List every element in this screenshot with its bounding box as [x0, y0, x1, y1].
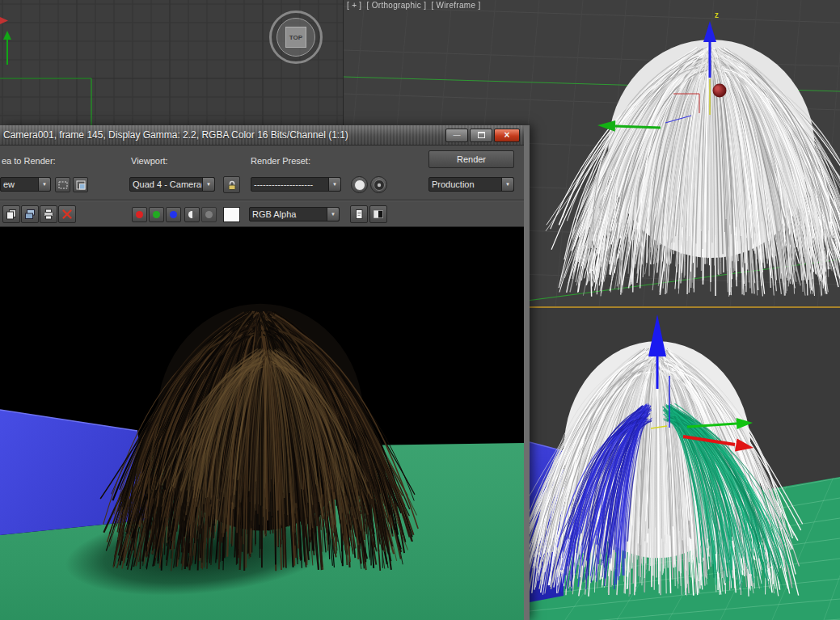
- page-icon: [353, 209, 365, 220]
- render-mode-select[interactable]: Production ▼: [428, 177, 514, 192]
- viewport-header: [ + ] [ Orthographic ] [ Wireframe ]: [347, 1, 483, 10]
- render-button[interactable]: Render: [428, 150, 514, 168]
- environment-icon: [373, 179, 386, 192]
- render-window-title: Camera001, frame 145, Display Gamma: 2.2…: [0, 129, 444, 141]
- z-axis-label: z: [715, 11, 719, 19]
- copy-icon: [6, 209, 17, 220]
- green-channel-icon: [153, 211, 160, 218]
- red-channel-icon: [136, 211, 143, 218]
- red-channel-button[interactable]: [132, 207, 147, 222]
- channel-display-select[interactable]: RGB Alpha ▼: [249, 207, 340, 221]
- rendered-image: [0, 227, 524, 620]
- toggle-ui-button[interactable]: [369, 205, 387, 223]
- clone-window-button[interactable]: [21, 205, 39, 223]
- monochrome-channel-icon: [188, 211, 196, 218]
- combo-arrow-icon: ▼: [327, 208, 339, 221]
- copy-image-button[interactable]: [2, 205, 20, 223]
- combo-arrow-icon: ▼: [38, 178, 50, 191]
- area-to-render-select[interactable]: ew ▼: [0, 177, 51, 192]
- combo-arrow-icon: ▼: [328, 178, 340, 191]
- maximize-button[interactable]: [470, 129, 492, 142]
- combo-arrow-icon: ▼: [501, 178, 513, 191]
- close-button[interactable]: ×: [494, 129, 520, 142]
- rendered-image-area: [0, 227, 524, 620]
- viewport-select-value: Quad 4 - Camera(: [130, 179, 202, 189]
- clone-icon: [24, 209, 36, 220]
- render-window-titlebar[interactable]: Camera001, frame 145, Display Gamma: 2.2…: [0, 125, 524, 146]
- lock-icon: [226, 179, 238, 191]
- monochrome-channel-button[interactable]: [184, 207, 200, 222]
- active-viewport-border: [530, 306, 840, 308]
- render-preset-select[interactable]: -------------------- ▼: [251, 177, 341, 192]
- window-controls: — ×: [444, 129, 520, 142]
- green-channel-button[interactable]: [149, 207, 164, 222]
- clear-icon: [61, 209, 73, 220]
- render-setup-icon: [353, 179, 366, 192]
- render-toolbar: RGB Alpha ▼: [0, 200, 524, 227]
- render-preset-value: --------------------: [251, 179, 328, 189]
- viewcube-compass[interactable]: TOP: [269, 11, 323, 64]
- alpha-channel-button[interactable]: [201, 207, 217, 222]
- render-preset-label: Render Preset:: [251, 156, 310, 166]
- clear-image-button[interactable]: [58, 205, 76, 223]
- auto-region-button[interactable]: [73, 177, 88, 192]
- blue-channel-button[interactable]: [166, 207, 181, 222]
- viewport-perspective[interactable]: [530, 308, 840, 620]
- viewcube-top-face[interactable]: TOP: [285, 27, 306, 48]
- viewport-menu-pov[interactable]: [ Orthographic ]: [367, 1, 427, 10]
- area-to-render-label: ea to Render:: [2, 156, 56, 166]
- edit-region-icon: [57, 179, 69, 191]
- print-icon: [43, 209, 54, 220]
- minimize-icon: —: [454, 131, 461, 139]
- toggle-ui-overlays-button[interactable]: [350, 205, 368, 223]
- close-icon: ×: [504, 129, 509, 141]
- lock-viewport-button[interactable]: [223, 176, 240, 193]
- channel-display-value: RGB Alpha: [250, 209, 327, 219]
- render-controls-panel: ea to Render: Viewport: Render Preset: R…: [0, 146, 524, 200]
- render-button-label: Render: [457, 154, 486, 164]
- viewport-menu-shading[interactable]: [ Wireframe ]: [431, 1, 480, 10]
- background-color-swatch[interactable]: [223, 207, 240, 222]
- area-to-render-value: ew: [1, 179, 38, 189]
- viewport-select[interactable]: Quad 4 - Camera( ▼: [129, 177, 215, 192]
- application-workspace: TOP [ + ] [ Orthographic ] [ Wireframe ]…: [0, 0, 840, 620]
- render-setup-button[interactable]: [351, 176, 368, 193]
- display-toggle-icon: [373, 209, 384, 220]
- alpha-channel-icon: [205, 211, 213, 218]
- viewport-label: Viewport:: [131, 156, 168, 166]
- blue-channel-icon: [170, 211, 177, 218]
- environment-button[interactable]: [370, 176, 387, 193]
- print-image-button[interactable]: [40, 205, 57, 223]
- render-mode-value: Production: [429, 179, 501, 189]
- maximize-icon: [478, 132, 485, 138]
- auto-region-icon: [75, 179, 87, 191]
- edit-region-button[interactable]: [55, 177, 70, 192]
- viewport-menu-general[interactable]: [ + ]: [347, 1, 361, 10]
- combo-arrow-icon: ▼: [202, 178, 214, 191]
- minimize-button[interactable]: —: [445, 129, 468, 142]
- render-frame-window: Camera001, frame 145, Display Gamma: 2.2…: [0, 125, 530, 620]
